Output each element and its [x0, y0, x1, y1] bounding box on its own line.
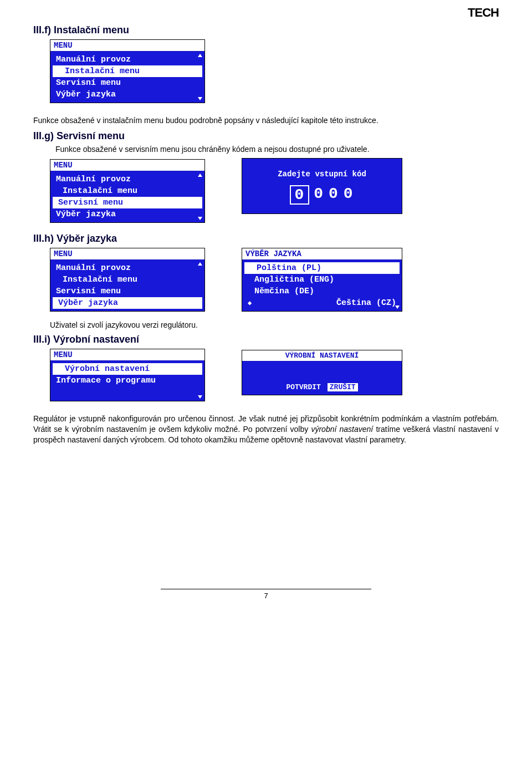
lcd-code-entry: Zadejte vstupní kód 0 0 0 0 — [242, 158, 402, 214]
code-digit[interactable]: 0 — [344, 185, 354, 205]
lcd-menu-g: MENU Manuální provoz Instalační menu Ser… — [50, 159, 205, 223]
scroll-indicator — [197, 174, 203, 220]
menu-item[interactable]: Servisní menu — [50, 286, 204, 297]
heading-i: III.i) Výrobní nastavení — [33, 334, 499, 345]
cancel-button[interactable]: ZRUŠIT — [328, 383, 358, 391]
lcd-title: VÝBĚR JAZYKA — [242, 248, 402, 260]
paragraph-i: Regulátor je vstupně nakonfigurován pro … — [33, 414, 499, 445]
scroll-indicator — [197, 262, 203, 309]
chevron-up-icon — [198, 262, 202, 266]
heading-f: III.f) Instalační menu — [33, 24, 499, 36]
paragraph-g: Funkce obsažené v servisním menu jsou ch… — [33, 144, 499, 155]
factory-item[interactable]: Informace o programu — [50, 375, 204, 386]
lcd-menu-h: MENU Manuální provoz Instalační menu Ser… — [50, 248, 205, 312]
scroll-indicator — [395, 262, 400, 309]
chevron-up-icon — [198, 54, 202, 57]
chevron-down-icon — [395, 305, 400, 309]
lcd-title: MENU — [50, 349, 204, 361]
chevron-up-icon — [198, 174, 202, 177]
menu-item[interactable]: Výběr jazyka — [50, 89, 204, 100]
note-h: Uživatel si zvolí jazykovou verzi regulá… — [50, 320, 499, 329]
lang-item[interactable]: Němčina (DE) — [242, 286, 402, 297]
brand-logo: TECH — [468, 6, 499, 20]
factory-item-selected[interactable]: Výrobní nastavení — [53, 363, 202, 375]
bullet-icon: ◆ — [248, 299, 252, 307]
menu-item[interactable]: Manuální provoz — [50, 54, 204, 65]
lcd-confirm: VÝROBNÍ NASTAVENÍ POTVRDIT ZRUŠIT — [242, 350, 402, 395]
menu-item[interactable]: Manuální provoz — [50, 174, 204, 185]
scroll-indicator — [197, 363, 203, 399]
code-digit[interactable]: 0 — [314, 185, 324, 205]
lcd-title: MENU — [50, 160, 204, 171]
heading-g: III.g) Servisní menu — [33, 130, 499, 142]
footer-divider — [161, 589, 371, 589]
confirm-button[interactable]: POTVRDIT — [286, 383, 320, 391]
chevron-up-icon — [198, 363, 202, 366]
menu-item-selected[interactable]: Servisní menu — [53, 197, 202, 208]
menu-item-selected[interactable]: Instalační menu — [53, 65, 202, 77]
lcd-title: MENU — [50, 248, 204, 260]
menu-item-selected[interactable]: Výběr jazyka — [53, 297, 202, 309]
code-digits[interactable]: 0 0 0 0 — [242, 185, 402, 205]
lcd-menu-f: MENU Manuální provoz Instalační menu Ser… — [50, 39, 205, 103]
chevron-down-icon — [198, 217, 202, 220]
lcd-title: MENU — [50, 40, 204, 52]
chevron-down-icon — [198, 305, 202, 309]
confirm-title: VÝROBNÍ NASTAVENÍ — [242, 350, 402, 361]
paragraph-f: Funkce obsažené v instalačním menu budou… — [33, 115, 499, 126]
scroll-indicator — [197, 54, 203, 100]
lang-item-active[interactable]: ◆Čeština (CZ) — [242, 297, 402, 309]
heading-h: III.h) Výběr jazyka — [33, 233, 499, 245]
code-digit-selected[interactable]: 0 — [290, 185, 309, 205]
code-digit[interactable]: 0 — [329, 185, 339, 205]
chevron-up-icon — [395, 262, 400, 266]
menu-item[interactable]: Instalační menu — [50, 274, 204, 286]
page-footer: 7 — [33, 589, 499, 600]
lang-item[interactable]: Angličtina (ENG) — [242, 274, 402, 286]
menu-item[interactable]: Instalační menu — [50, 185, 204, 197]
lcd-language: VÝBĚR JAZYKA Polština (PL) Angličtina (E… — [242, 248, 402, 312]
code-label: Zadejte vstupní kód — [242, 170, 402, 179]
page-header: TECH — [33, 6, 499, 20]
lcd-factory-menu: MENU Výrobní nastavení Informace o progr… — [50, 349, 205, 401]
page-number: 7 — [33, 592, 499, 600]
menu-item[interactable]: Výběr jazyka — [50, 208, 204, 220]
chevron-down-icon — [198, 395, 202, 399]
lang-item-selected[interactable]: Polština (PL) — [244, 262, 400, 274]
chevron-down-icon — [198, 97, 202, 100]
menu-item[interactable]: Manuální provoz — [50, 262, 204, 274]
menu-item[interactable]: Servisní menu — [50, 77, 204, 89]
